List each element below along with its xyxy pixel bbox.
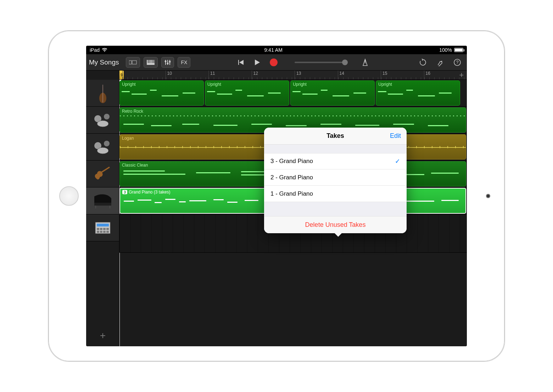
svg-point-8 bbox=[167, 62, 169, 64]
svg-rect-30 bbox=[103, 231, 106, 233]
battery-icon bbox=[454, 48, 463, 52]
svg-rect-3 bbox=[148, 60, 149, 63]
popover-arrow-icon bbox=[334, 233, 342, 237]
add-section-button[interactable]: + bbox=[458, 71, 465, 79]
take-item[interactable]: 1 - Grand Piano bbox=[264, 186, 407, 202]
clock: 9:41 AM bbox=[264, 47, 282, 53]
help-button[interactable]: ? bbox=[451, 57, 464, 68]
take-label: 1 - Grand Piano bbox=[270, 190, 313, 197]
popover-header: Takes Edit bbox=[264, 128, 407, 145]
track-headers: + bbox=[86, 80, 119, 346]
track-row: Upright Upright Upright Upright bbox=[119, 80, 467, 107]
svg-point-7 bbox=[165, 60, 167, 62]
svg-point-14 bbox=[104, 114, 110, 119]
take-item[interactable]: 3 - Grand Piano ✓ bbox=[264, 153, 407, 169]
svg-rect-1 bbox=[132, 61, 136, 64]
ruler-segment: 15 bbox=[381, 71, 424, 79]
screen: iPad 9:41 AM 100% My Songs bbox=[86, 46, 467, 346]
region-label: Retro Rock bbox=[122, 109, 143, 114]
take-label: 2 - Grand Piano bbox=[270, 174, 313, 181]
battery-text: 100% bbox=[439, 47, 452, 53]
my-songs-button[interactable]: My Songs bbox=[89, 58, 119, 66]
svg-rect-31 bbox=[106, 231, 109, 233]
svg-point-9 bbox=[169, 61, 171, 62]
drum-kit-icon bbox=[93, 113, 112, 127]
svg-text:?: ? bbox=[456, 60, 459, 65]
svg-rect-24 bbox=[97, 228, 99, 230]
upright-bass-icon bbox=[96, 83, 110, 104]
takes-popover: Takes Edit 3 - Grand Piano ✓ 2 - Grand P… bbox=[264, 128, 407, 233]
grand-piano-icon bbox=[92, 193, 113, 209]
svg-rect-4 bbox=[150, 60, 150, 63]
toolbar: My Songs FX bbox=[86, 54, 467, 71]
guitar-icon bbox=[93, 166, 113, 182]
track-header-classic-clean[interactable] bbox=[86, 161, 119, 187]
ruler-segment: 12 bbox=[252, 71, 295, 79]
home-button[interactable] bbox=[59, 186, 79, 206]
track-header-upright[interactable] bbox=[86, 80, 119, 107]
ruler-segment: 11 bbox=[208, 71, 252, 79]
track-controls-button[interactable] bbox=[161, 57, 174, 68]
fx-button[interactable]: FX bbox=[178, 57, 190, 68]
metronome-button[interactable] bbox=[358, 57, 372, 68]
region-label: Upright bbox=[293, 82, 307, 87]
svg-rect-29 bbox=[100, 231, 102, 233]
region-label: Upright bbox=[207, 82, 221, 87]
svg-rect-23 bbox=[97, 224, 109, 226]
take-label: 3 - Grand Piano bbox=[270, 158, 313, 165]
svg-rect-6 bbox=[153, 60, 154, 63]
wifi-icon bbox=[102, 48, 107, 52]
ruler[interactable]: 9 10111213141516 + bbox=[119, 71, 467, 80]
master-volume-slider[interactable] bbox=[295, 62, 348, 63]
region-label: Upright bbox=[378, 82, 392, 87]
loop-browser-button[interactable] bbox=[416, 57, 430, 68]
record-button[interactable] bbox=[267, 57, 280, 68]
region-label: Classic Clean bbox=[122, 163, 148, 168]
sampler-icon bbox=[95, 221, 111, 235]
region-upright[interactable]: Upright bbox=[290, 80, 375, 106]
svg-rect-21 bbox=[94, 203, 111, 206]
svg-rect-28 bbox=[97, 231, 99, 233]
ruler-segment: 14 bbox=[338, 71, 381, 79]
svg-rect-26 bbox=[103, 228, 106, 230]
go-to-beginning-button[interactable] bbox=[234, 57, 247, 68]
svg-rect-25 bbox=[100, 228, 102, 230]
track-header-grand-piano[interactable] bbox=[86, 187, 119, 214]
settings-button[interactable] bbox=[434, 57, 447, 68]
svg-rect-0 bbox=[129, 61, 132, 64]
checkmark-icon: ✓ bbox=[395, 157, 400, 165]
ruler-segment bbox=[122, 71, 166, 79]
camera-icon bbox=[486, 194, 490, 198]
region-upright[interactable]: Upright bbox=[376, 80, 460, 106]
track-header-sampler[interactable] bbox=[86, 214, 119, 241]
track-header-logan[interactable] bbox=[86, 134, 119, 161]
add-track-button[interactable]: + bbox=[86, 325, 119, 346]
region-label: Upright bbox=[122, 82, 136, 87]
delete-unused-takes-button[interactable]: Delete Unused Takes bbox=[264, 216, 407, 233]
region-upright[interactable]: Upright bbox=[119, 80, 204, 106]
popover-title: Takes bbox=[326, 132, 344, 140]
timeline[interactable]: Upright Upright Upright Upright bbox=[119, 80, 467, 346]
device-label: iPad bbox=[90, 47, 100, 53]
take-item[interactable]: 2 - Grand Piano bbox=[264, 169, 407, 186]
svg-rect-27 bbox=[106, 228, 109, 230]
region-label: 3Grand Piano (3 takes) bbox=[122, 190, 171, 195]
svg-point-10 bbox=[441, 61, 442, 62]
ruler-segment: 10 bbox=[166, 71, 209, 79]
ruler-segment: 13 bbox=[295, 71, 338, 79]
region-upright[interactable]: Upright bbox=[205, 80, 289, 106]
play-button[interactable] bbox=[251, 57, 263, 68]
region-label: Logan bbox=[122, 136, 134, 141]
view-instrument-button[interactable] bbox=[144, 57, 158, 68]
ipad-frame: iPad 9:41 AM 100% My Songs bbox=[48, 30, 505, 362]
track-header-retro-rock[interactable] bbox=[86, 107, 119, 134]
svg-rect-5 bbox=[152, 60, 152, 63]
view-tracks-button[interactable] bbox=[126, 57, 140, 68]
drum-kit-icon bbox=[93, 140, 112, 154]
takes-count-badge: 3 bbox=[122, 190, 127, 194]
status-bar: iPad 9:41 AM 100% bbox=[86, 46, 467, 54]
svg-point-18 bbox=[104, 141, 110, 146]
popover-edit-button[interactable]: Edit bbox=[390, 132, 401, 140]
